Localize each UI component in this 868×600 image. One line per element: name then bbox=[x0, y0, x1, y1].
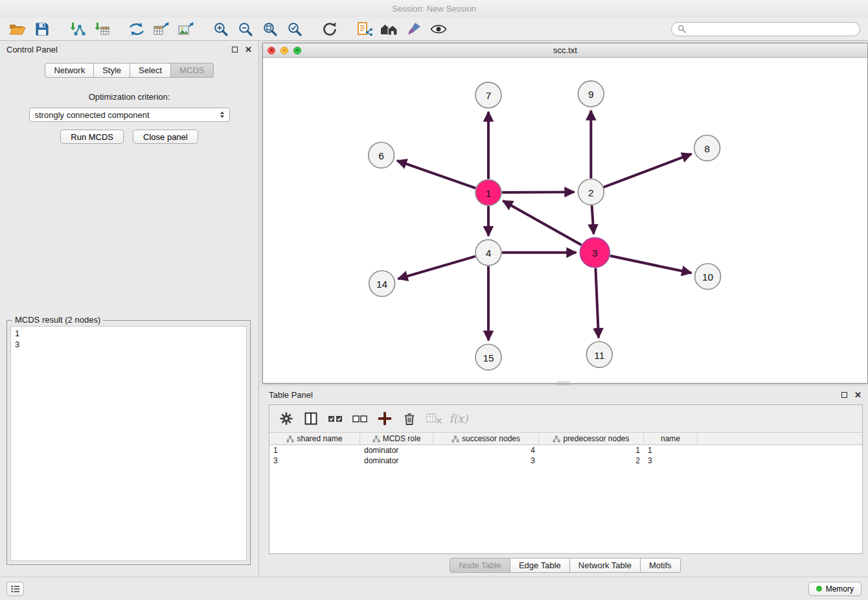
image-arrow-icon bbox=[177, 21, 194, 37]
graph-edge-3-1[interactable] bbox=[503, 201, 581, 245]
new-table-button[interactable] bbox=[149, 19, 174, 39]
table-panel-title: Table Panel bbox=[269, 390, 313, 400]
network-arrows-icon bbox=[128, 21, 145, 37]
cell-name: 3 bbox=[644, 456, 698, 465]
open-session-button[interactable] bbox=[5, 19, 30, 39]
show-graphics-button[interactable] bbox=[426, 19, 451, 39]
zoom-window-button[interactable]: + bbox=[293, 47, 301, 54]
graph-node-label: 15 bbox=[483, 352, 494, 363]
float-icon bbox=[232, 47, 238, 52]
float-panel-button[interactable] bbox=[232, 45, 238, 54]
graph-node-7[interactable]: 7 bbox=[475, 82, 501, 108]
graph-node-11[interactable]: 11 bbox=[586, 341, 612, 367]
table-row[interactable]: 1 dominator 4 1 1 bbox=[269, 445, 862, 456]
tab-network[interactable]: Network bbox=[45, 63, 94, 78]
graph-node-label: 3 bbox=[592, 248, 598, 259]
control-panel-header: Control Panel ✕ bbox=[0, 41, 258, 58]
mcds-result-title: MCDS result (2 nodes) bbox=[12, 315, 103, 325]
export-image-button[interactable] bbox=[174, 19, 198, 39]
column-header-name[interactable]: name bbox=[644, 433, 698, 444]
close-panel-button[interactable]: ✕ bbox=[245, 45, 252, 54]
show-columns-button[interactable] bbox=[301, 409, 321, 428]
network-graph[interactable]: 7968124314101511 bbox=[263, 58, 867, 383]
graph-edge-2-3[interactable] bbox=[592, 205, 594, 234]
column-header-successor-nodes[interactable]: successor nodes bbox=[433, 433, 539, 444]
tab-select[interactable]: Select bbox=[130, 63, 171, 78]
graph-node-label: 1 bbox=[486, 188, 492, 199]
add-button[interactable] bbox=[374, 409, 395, 428]
close-panel-button-mcds[interactable]: Close panel bbox=[133, 130, 198, 144]
graph-node-label: 14 bbox=[376, 279, 388, 290]
refresh-button[interactable] bbox=[317, 19, 342, 39]
import-table-button[interactable] bbox=[89, 19, 114, 39]
splitter-handle[interactable] bbox=[557, 382, 570, 385]
zoom-in-button[interactable] bbox=[209, 19, 233, 39]
graph-node-3[interactable]: 3 bbox=[580, 238, 610, 268]
graph-node-14[interactable]: 14 bbox=[369, 271, 395, 297]
zoom-fit-button[interactable] bbox=[258, 19, 282, 39]
zoom-selected-button[interactable] bbox=[282, 19, 307, 39]
search-box[interactable] bbox=[671, 22, 860, 36]
zoom-out-button[interactable] bbox=[233, 19, 258, 39]
function-builder-button[interactable]: f(x) bbox=[448, 409, 469, 428]
close-table-panel-button[interactable]: ✕ bbox=[854, 391, 862, 399]
criterion-value: strongly connected component bbox=[35, 110, 150, 120]
mcds-result-list[interactable]: 1 3 bbox=[10, 326, 247, 561]
column-tree-icon bbox=[553, 435, 560, 443]
save-session-button[interactable] bbox=[30, 19, 54, 39]
graph-node-9[interactable]: 9 bbox=[578, 81, 604, 107]
graph-edge-3-10[interactable] bbox=[610, 256, 692, 273]
column-header-shared-name[interactable]: shared name bbox=[269, 433, 360, 444]
import-table-icon bbox=[93, 21, 110, 37]
document-share-button[interactable] bbox=[352, 19, 377, 39]
tab-edge-table[interactable]: Edge Table bbox=[510, 558, 570, 573]
task-history-button[interactable] bbox=[6, 582, 24, 596]
close-window-button[interactable]: ✕ bbox=[268, 47, 275, 54]
style-button[interactable] bbox=[402, 19, 426, 39]
new-network-button[interactable] bbox=[124, 19, 149, 39]
graph-edge-3-11[interactable] bbox=[595, 268, 599, 338]
control-panel-title: Control Panel bbox=[6, 45, 58, 54]
delete-table-button[interactable] bbox=[424, 409, 444, 428]
graph-node-2[interactable]: 2 bbox=[578, 179, 604, 205]
cell-successor-nodes: 4 bbox=[433, 446, 539, 455]
tab-motifs[interactable]: Motifs bbox=[641, 558, 681, 573]
tab-style[interactable]: Style bbox=[94, 63, 130, 78]
select-all-button[interactable] bbox=[325, 409, 346, 428]
deselect-all-button[interactable] bbox=[350, 409, 371, 428]
graph-node-1[interactable]: 1 bbox=[475, 179, 501, 205]
deselect-all-icon bbox=[352, 413, 368, 424]
tab-network-table[interactable]: Network Table bbox=[570, 558, 641, 573]
graph-node-4[interactable]: 4 bbox=[475, 240, 501, 266]
window-title: Session: New Session bbox=[392, 4, 475, 14]
float-table-panel-button[interactable] bbox=[841, 390, 847, 400]
search-input[interactable] bbox=[690, 25, 854, 34]
tab-node-table[interactable]: Node Table bbox=[450, 558, 510, 573]
tab-mcds[interactable]: MCDS bbox=[171, 63, 213, 78]
network-window-titlebar[interactable]: ✕ − + scc.txt bbox=[263, 43, 867, 58]
network-canvas[interactable]: 7968124314101511 bbox=[263, 58, 867, 383]
criterion-select[interactable]: strongly connected component bbox=[29, 108, 230, 122]
graph-edge-1-6[interactable] bbox=[397, 161, 475, 188]
graph-node-15[interactable]: 15 bbox=[475, 344, 501, 370]
column-header-mcds-role[interactable]: MCDS role bbox=[360, 433, 433, 444]
main-toolbar bbox=[0, 17, 868, 41]
plus-icon bbox=[378, 411, 392, 426]
home-button[interactable] bbox=[377, 19, 402, 39]
graph-node-10[interactable]: 10 bbox=[695, 264, 721, 290]
select-all-icon bbox=[328, 413, 343, 424]
memory-button[interactable]: Memory bbox=[808, 582, 862, 596]
delete-button[interactable] bbox=[399, 409, 420, 428]
table-row[interactable]: 3 dominator 3 2 3 bbox=[269, 456, 862, 466]
graph-edge-1-2[interactable] bbox=[502, 192, 575, 192]
graph-edge-4-14[interactable] bbox=[398, 257, 475, 279]
graph-edge-2-8[interactable] bbox=[604, 154, 692, 187]
minimize-window-button[interactable]: − bbox=[280, 47, 288, 54]
run-mcds-button[interactable]: Run MCDS bbox=[60, 130, 124, 144]
import-network-button[interactable] bbox=[65, 19, 89, 39]
table-settings-button[interactable] bbox=[276, 409, 297, 428]
graph-node-6[interactable]: 6 bbox=[369, 142, 394, 168]
graph-node-8[interactable]: 8 bbox=[694, 135, 720, 161]
cell-successor-nodes: 3 bbox=[433, 456, 539, 465]
column-header-predecessor-nodes[interactable]: predecessor nodes bbox=[539, 433, 644, 444]
